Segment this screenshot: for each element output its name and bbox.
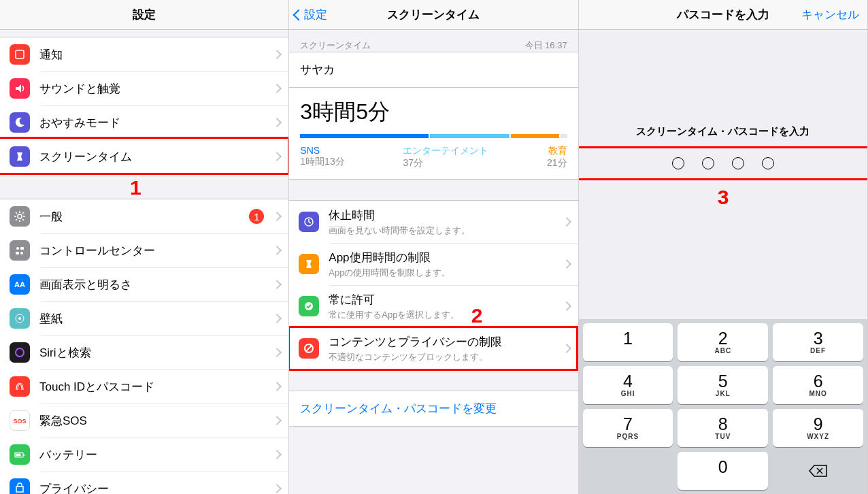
keypad-key-3[interactable]: 3DEF xyxy=(773,323,863,361)
keypad-key-4[interactable]: 4GHI xyxy=(583,366,673,404)
key-number: 6 xyxy=(814,373,823,390)
siri-icon xyxy=(10,342,30,363)
screentime-header: スクリーンタイム 今日 16:37 xyxy=(289,30,578,52)
screentime-option-allowed[interactable]: 常に許可常に使用するAppを選択します。 xyxy=(289,285,578,327)
row-label: 通知 xyxy=(39,47,268,63)
svg-line-17 xyxy=(306,346,312,351)
chevron-right-icon xyxy=(273,382,279,391)
svg-rect-0 xyxy=(16,50,24,59)
svg-text:AA: AA xyxy=(14,280,25,289)
display-icon: AA xyxy=(10,274,30,295)
category-name: SNS xyxy=(300,145,344,156)
row-label: Siriと検索 xyxy=(39,345,268,361)
settings-row-screentime[interactable]: スクリーンタイム xyxy=(0,139,288,174)
key-number: 8 xyxy=(718,416,728,433)
keypad-key-1[interactable]: 1 xyxy=(583,323,673,361)
settings-row-sounds[interactable]: サウンドと触覚 xyxy=(0,71,288,105)
tutorial-step-1: 1 xyxy=(130,176,141,199)
chevron-right-icon xyxy=(273,118,279,127)
screentime-option-applimits[interactable]: App使用時間の制限Appの使用時間を制限します。 xyxy=(289,243,578,285)
passcode-prompt: スクリーンタイム・パスコードを入力 xyxy=(579,125,867,138)
privacy-icon xyxy=(10,478,30,494)
general-icon xyxy=(10,206,30,227)
option-title: 休止時間 xyxy=(329,208,557,223)
settings-row-siri[interactable]: Siriと検索 xyxy=(0,335,288,369)
usage-summary: 3時間5分 SNS1時間13分エンターテイメント37分教育21分 xyxy=(289,88,578,180)
key-letters: TUV xyxy=(715,433,731,440)
option-title: App使用時間の制限 xyxy=(329,250,557,265)
sounds-icon xyxy=(10,78,30,99)
header-right: 今日 16:37 xyxy=(525,39,567,52)
total-time: 3時間5分 xyxy=(300,97,567,127)
usage-bar-segment xyxy=(561,134,567,138)
keypad-key-8[interactable]: 8TUV xyxy=(678,409,768,447)
settings-row-general[interactable]: 一般1 xyxy=(0,199,288,233)
sos-icon: SOS xyxy=(10,410,30,431)
option-sub: Appの使用時間を制限します。 xyxy=(329,267,557,279)
row-label: 画面表示と明るさ xyxy=(39,277,268,293)
passcode-dots xyxy=(579,157,867,169)
keypad-key-2[interactable]: 2ABC xyxy=(678,323,768,361)
wallpaper-icon xyxy=(10,308,30,329)
chevron-right-icon xyxy=(273,416,279,425)
svg-point-8 xyxy=(18,317,21,320)
passcode-dot xyxy=(762,157,774,169)
passcode-dot xyxy=(702,157,714,169)
screentime-option-downtime[interactable]: 休止時間画面を見ない時間帯を設定します。 xyxy=(289,201,578,243)
category-name: 教育 xyxy=(547,145,567,157)
chevron-right-icon xyxy=(563,301,569,311)
settings-row-notifications[interactable]: 通知 xyxy=(0,37,288,71)
chevron-right-icon xyxy=(273,348,279,357)
settings-row-sos[interactable]: SOS緊急SOS xyxy=(0,404,288,438)
category-value: 1時間13分 xyxy=(300,156,344,168)
row-label: サウンドと触覚 xyxy=(39,81,268,97)
key-number: 5 xyxy=(718,373,728,390)
battery-icon xyxy=(10,444,30,465)
keypad-delete[interactable] xyxy=(773,452,863,490)
keypad-key-7[interactable]: 7PQRS xyxy=(583,409,673,447)
settings-row-control-center[interactable]: コントロールセンター xyxy=(0,233,288,267)
numeric-keypad: 1 2ABC3DEF4GHI5JKL6MNO7PQRS8TUV9WXYZ0 xyxy=(579,319,867,494)
settings-row-privacy[interactable]: プライバシー xyxy=(0,472,288,494)
svg-rect-4 xyxy=(16,252,19,254)
usage-bar-segment xyxy=(430,134,510,138)
key-number: 2 xyxy=(718,330,728,347)
keypad-key-5[interactable]: 5JKL xyxy=(678,366,768,404)
svg-rect-3 xyxy=(20,247,24,250)
screentime-option-content[interactable]: コンテンツとプライバシーの制限不適切なコンテンツをブロックします。 xyxy=(289,327,578,369)
usage-category: SNS1時間13分 xyxy=(300,145,344,169)
key-number: 1 xyxy=(623,330,633,347)
chevron-right-icon xyxy=(273,450,279,459)
key-number: 0 xyxy=(718,459,728,476)
usage-categories: SNS1時間13分エンターテイメント37分教育21分 xyxy=(300,145,567,169)
svg-point-5 xyxy=(20,252,23,254)
settings-row-dnd[interactable]: おやすみモード xyxy=(0,105,288,139)
row-label: プライバシー xyxy=(39,481,268,495)
option-title: コンテンツとプライバシーの制限 xyxy=(329,334,557,350)
category-value: 37分 xyxy=(403,157,488,169)
usage-bar xyxy=(300,134,567,138)
cancel-button[interactable]: キャンセル xyxy=(801,7,859,22)
row-label: スクリーンタイム xyxy=(39,149,268,165)
category-name: エンターテイメント xyxy=(403,145,488,157)
svg-rect-12 xyxy=(24,454,25,456)
settings-row-touchid[interactable]: Touch IDとパスコード xyxy=(0,369,288,404)
row-label: 一般 xyxy=(39,209,249,225)
chevron-right-icon xyxy=(273,280,279,289)
key-letters: MNO xyxy=(809,390,827,397)
settings-row-display[interactable]: AA画面表示と明るさ xyxy=(0,267,288,301)
svg-point-9 xyxy=(16,348,24,357)
link-label: スクリーンタイム・パスコードを変更 xyxy=(300,402,497,415)
settings-row-battery[interactable]: バッテリー xyxy=(0,438,288,472)
back-button[interactable]: 設定 xyxy=(295,7,327,22)
user-row[interactable]: サヤカ xyxy=(289,52,578,88)
usage-category: エンターテイメント37分 xyxy=(403,145,488,169)
key-number: 4 xyxy=(623,373,633,390)
settings-row-wallpaper[interactable]: 壁紙 xyxy=(0,301,288,335)
keypad-key-6[interactable]: 6MNO xyxy=(773,366,863,404)
keypad-key-9[interactable]: 9WXYZ xyxy=(773,409,863,447)
keypad-key-0[interactable]: 0 xyxy=(678,452,768,490)
tutorial-step-2: 2 xyxy=(471,304,483,327)
change-passcode-link[interactable]: スクリーンタイム・パスコードを変更 xyxy=(289,391,578,427)
key-letters: GHI xyxy=(621,390,635,397)
